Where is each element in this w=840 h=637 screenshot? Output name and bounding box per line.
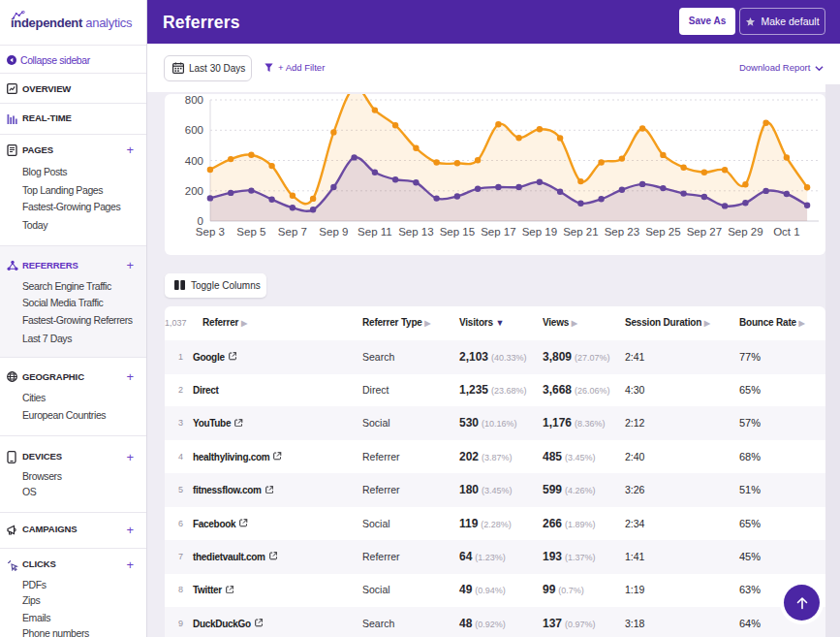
svg-text:Sep 5: Sep 5 (236, 226, 265, 238)
svg-text:Oct 1: Oct 1 (773, 226, 799, 238)
svg-text:Sep 9: Sep 9 (319, 226, 348, 238)
svg-text:Sep 19: Sep 19 (522, 226, 557, 238)
svg-text:200: 200 (185, 185, 203, 197)
svg-text:800: 800 (185, 94, 203, 106)
svg-text:Sep 17: Sep 17 (481, 226, 515, 238)
svg-text:Sep 21: Sep 21 (563, 226, 598, 238)
svg-text:Sep 3: Sep 3 (196, 226, 225, 238)
svg-text:Sep 11: Sep 11 (358, 226, 392, 238)
svg-text:400: 400 (185, 155, 203, 167)
svg-text:Sep 27: Sep 27 (687, 226, 722, 238)
svg-text:Sep 25: Sep 25 (645, 226, 680, 238)
svg-text:Sep 15: Sep 15 (440, 226, 475, 238)
svg-text:Sep 29: Sep 29 (728, 226, 762, 238)
svg-text:Sep 13: Sep 13 (398, 226, 433, 238)
svg-text:600: 600 (185, 124, 203, 136)
svg-text:Sep 7: Sep 7 (278, 226, 307, 238)
svg-text:Sep 23: Sep 23 (605, 226, 639, 238)
